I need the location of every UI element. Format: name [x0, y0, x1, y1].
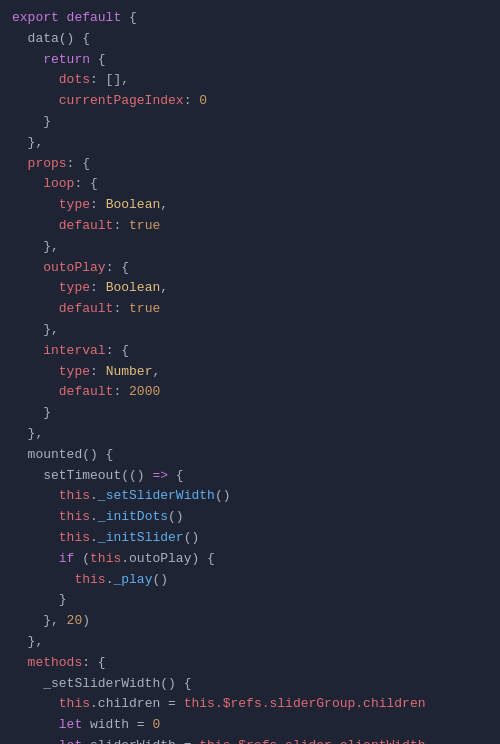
code-token: }, [12, 320, 59, 341]
code-line: this._play() [0, 570, 500, 591]
code-token: currentPageIndex [12, 91, 184, 112]
code-token: : [184, 91, 200, 112]
code-token [12, 736, 59, 744]
code-line: }, 20) [0, 611, 500, 632]
code-token: default [67, 8, 122, 29]
code-line: this._initDots() [0, 507, 500, 528]
code-token: type [12, 195, 90, 216]
code-token: this [74, 570, 105, 591]
code-line: }, [0, 320, 500, 341]
code-line: currentPageIndex: 0 [0, 91, 500, 112]
code-token: Number [106, 362, 153, 383]
code-token: default [12, 382, 113, 403]
code-token: mounted() { [12, 445, 113, 466]
code-token: loop [12, 174, 74, 195]
code-line: return { [0, 50, 500, 71]
code-token [12, 507, 59, 528]
code-line: dots: [], [0, 70, 500, 91]
code-token: : { [106, 341, 129, 362]
code-token: dots [12, 70, 90, 91]
code-token: => [152, 466, 168, 487]
code-token: true [129, 299, 160, 320]
code-line: type: Boolean, [0, 195, 500, 216]
code-token: sliderWidth = [82, 736, 199, 744]
code-line: this._initSlider() [0, 528, 500, 549]
code-token: 0 [199, 91, 207, 112]
code-token: interval [12, 341, 106, 362]
code-token: Boolean [106, 278, 161, 299]
code-line: } [0, 403, 500, 424]
code-line: let width = 0 [0, 715, 500, 736]
code-line: outoPlay: { [0, 258, 500, 279]
code-line: default: 2000 [0, 382, 500, 403]
code-line: }, [0, 133, 500, 154]
code-token: () [184, 528, 200, 549]
code-line: _setSliderWidth() { [0, 674, 500, 695]
code-token: : { [82, 653, 105, 674]
code-token: true [129, 216, 160, 237]
code-token: default [12, 299, 113, 320]
code-editor: export default { data() { return { dots:… [0, 0, 500, 744]
code-line: if (this.outoPlay) { [0, 549, 500, 570]
code-line: } [0, 590, 500, 611]
code-token: data() { [12, 29, 90, 50]
code-token: this [184, 694, 215, 715]
code-token: , [152, 362, 160, 383]
code-line: } [0, 112, 500, 133]
code-token: export [12, 8, 67, 29]
code-token: : [113, 216, 129, 237]
code-token: . [90, 528, 98, 549]
code-token: : [90, 195, 106, 216]
code-token: props [12, 154, 67, 175]
code-token: : [113, 382, 129, 403]
code-token [12, 549, 59, 570]
code-token: _setSliderWidth [98, 486, 215, 507]
code-token: this [59, 694, 90, 715]
code-token: }, [12, 133, 43, 154]
code-token: : [113, 299, 129, 320]
code-token: 2000 [129, 382, 160, 403]
code-token [12, 570, 74, 591]
code-token: _initDots [98, 507, 168, 528]
code-token [12, 528, 59, 549]
code-token: _setSliderWidth() { [12, 674, 191, 695]
code-token [12, 50, 43, 71]
code-token: 20 [67, 611, 83, 632]
code-line: default: true [0, 299, 500, 320]
code-line: }, [0, 237, 500, 258]
code-line: methods: { [0, 653, 500, 674]
code-token: : { [74, 174, 97, 195]
code-token: : [], [90, 70, 129, 91]
code-token: ) [82, 611, 90, 632]
code-token: () [168, 507, 184, 528]
code-token: , [160, 195, 168, 216]
code-token: , [160, 278, 168, 299]
code-token: : { [67, 154, 90, 175]
code-token: let [59, 736, 82, 744]
code-line: loop: { [0, 174, 500, 195]
code-token: () [152, 570, 168, 591]
code-token: _play [113, 570, 152, 591]
code-token: }, [12, 632, 43, 653]
code-line: let sliderWidth = this.$refs.slider.clie… [0, 736, 500, 744]
code-line: export default { [0, 8, 500, 29]
code-token: { [168, 466, 184, 487]
code-token: this [199, 736, 230, 744]
code-token: }, [12, 237, 59, 258]
code-token: setTimeout(() [12, 466, 152, 487]
code-line: interval: { [0, 341, 500, 362]
code-token: width = [82, 715, 152, 736]
code-token: . [90, 486, 98, 507]
code-token: this [59, 507, 90, 528]
code-token: this [59, 486, 90, 507]
code-line: default: true [0, 216, 500, 237]
code-token: return [43, 50, 90, 71]
code-line: }, [0, 424, 500, 445]
code-token: . [90, 507, 98, 528]
code-line: type: Number, [0, 362, 500, 383]
code-line: data() { [0, 29, 500, 50]
code-line: this._setSliderWidth() [0, 486, 500, 507]
code-line: this.children = this.$refs.sliderGroup.c… [0, 694, 500, 715]
code-token: type [12, 362, 90, 383]
code-token: } [12, 590, 67, 611]
